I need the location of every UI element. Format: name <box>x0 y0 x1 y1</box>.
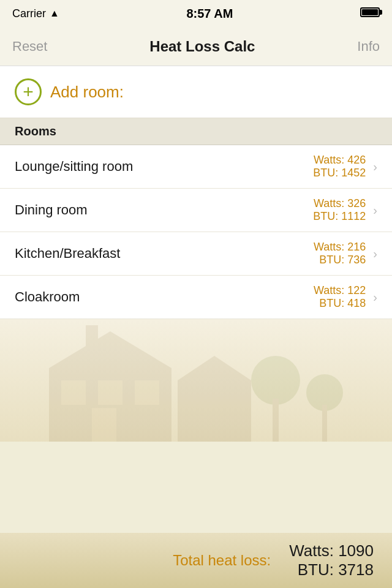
room-values-row: Watts: 122 BTU: 418 › <box>314 284 377 310</box>
svg-rect-7 <box>135 380 159 405</box>
page-title: Heat Loss Calc <box>149 38 255 55</box>
table-row[interactable]: Lounge/sitting room Watts: 426 BTU: 1452… <box>0 145 392 189</box>
room-watts: Watts: 426 <box>313 154 366 167</box>
room-values: Watts: 426 BTU: 1452 <box>313 154 366 179</box>
info-button[interactable]: Info <box>357 39 380 55</box>
room-values-row: Watts: 216 BTU: 736 › <box>314 241 377 266</box>
chevron-right-icon: › <box>373 203 377 217</box>
svg-point-9 <box>251 356 300 405</box>
room-watts: Watts: 122 <box>314 284 366 297</box>
battery-indicator <box>360 7 380 20</box>
footer-values: Watts: 1090 BTU: 3718 <box>289 541 374 579</box>
footer: Total heat loss: Watts: 1090 BTU: 3718 <box>0 533 392 588</box>
room-values-row: Watts: 426 BTU: 1452 › <box>313 154 377 179</box>
room-name: Dining room <box>15 202 88 218</box>
svg-rect-2 <box>178 380 251 442</box>
total-heat-loss-label: Total heat loss: <box>173 552 271 569</box>
svg-rect-4 <box>86 325 98 350</box>
chevron-right-icon: › <box>373 290 377 304</box>
house-background <box>0 319 392 442</box>
status-time: 8:57 AM <box>186 7 233 21</box>
room-btu: BTU: 1452 <box>313 167 366 179</box>
wifi-icon: ▲ <box>50 8 59 19</box>
table-row[interactable]: Cloakroom Watts: 122 BTU: 418 › <box>0 276 392 319</box>
add-room-section[interactable]: + Add room: <box>0 66 392 118</box>
room-watts: Watts: 216 <box>314 241 366 254</box>
room-watts: Watts: 326 <box>313 197 366 210</box>
chevron-right-icon: › <box>373 247 377 261</box>
total-btu: BTU: 3718 <box>289 560 374 579</box>
svg-marker-1 <box>49 331 172 368</box>
svg-rect-12 <box>322 405 327 442</box>
svg-rect-10 <box>273 399 279 442</box>
room-name: Cloakroom <box>15 289 80 305</box>
room-list: Lounge/sitting room Watts: 426 BTU: 1452… <box>0 145 392 319</box>
svg-rect-8 <box>92 408 116 442</box>
room-values: Watts: 216 BTU: 736 <box>314 241 366 266</box>
add-room-label: Add room: <box>50 83 124 102</box>
svg-rect-6 <box>98 380 123 405</box>
room-btu: BTU: 1112 <box>313 210 366 223</box>
carrier-label: Carrier <box>12 7 46 20</box>
status-bar: Carrier ▲ 8:57 AM <box>0 0 392 27</box>
carrier-wifi: Carrier ▲ <box>12 7 59 20</box>
room-values: Watts: 122 BTU: 418 <box>314 284 366 310</box>
reset-button[interactable]: Reset <box>12 39 47 55</box>
battery-icon <box>360 7 380 17</box>
svg-marker-3 <box>178 356 251 380</box>
table-row[interactable]: Dining room Watts: 326 BTU: 1112 › <box>0 189 392 232</box>
chevron-right-icon: › <box>373 160 377 174</box>
room-btu: BTU: 736 <box>314 254 366 266</box>
room-name: Lounge/sitting room <box>15 159 133 175</box>
rooms-header: Rooms <box>0 118 392 145</box>
table-row[interactable]: Kitchen/Breakfast Watts: 216 BTU: 736 › <box>0 232 392 276</box>
total-watts: Watts: 1090 <box>289 541 374 560</box>
room-btu: BTU: 418 <box>314 297 366 310</box>
plus-icon: + <box>23 81 34 102</box>
room-name: Kitchen/Breakfast <box>15 246 120 262</box>
nav-bar: Reset Heat Loss Calc Info <box>0 27 392 66</box>
house-illustration <box>0 319 392 442</box>
room-values-row: Watts: 326 BTU: 1112 › <box>313 197 377 223</box>
svg-rect-5 <box>61 380 86 405</box>
room-values: Watts: 326 BTU: 1112 <box>313 197 366 223</box>
add-room-icon: + <box>15 78 42 105</box>
